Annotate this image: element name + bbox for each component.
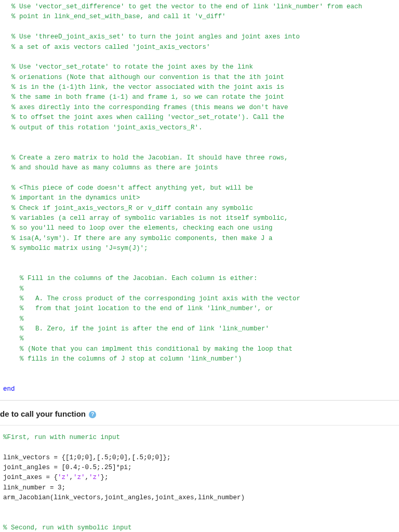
code-comment: % variables (a cell array of symbolic va… [0, 214, 399, 223]
code-comment: %First, run with numeric input [0, 433, 399, 443]
code-comment: % A. The cross product of the correspond… [0, 294, 399, 304]
code-line: link_vectors = {[1;0;0],[.5;0;0],[.5;0;0… [0, 453, 399, 463]
section-title: de to call your function [0, 409, 86, 418]
code-comment: % (Note that you can implment this condi… [0, 344, 399, 354]
code-line: joint_angles = [0.4;-0.5;.25]*pi; [0, 463, 399, 473]
code-comment: % B. Zero, if the joint is after the end… [0, 324, 399, 334]
code-comment: % so you'll need to loop over the elemen… [0, 223, 399, 233]
code-comment: % isa(A,'sym'). If there are any symboli… [0, 234, 399, 244]
code-comment: % from that joint location to the end of… [0, 304, 399, 314]
code-line: link_number = 3; [0, 483, 399, 493]
end-keyword: end [0, 384, 399, 394]
code-fragment: }; [101, 474, 109, 481]
code-comment: % Create a zero matrix to hold the Jacob… [0, 153, 399, 163]
code-comment: % symbolic matrix using 'J=sym(J)'; [0, 244, 399, 254]
code-fragment: joint_axes = { [3, 474, 58, 481]
code-comment: % Use 'vector_set_rotate' to rotate the … [0, 62, 399, 72]
code-comment: % is in the (i-1)th link, the vector ass… [0, 83, 399, 92]
string-literal: 'z' [89, 474, 101, 481]
code-comment: % and should have as many columns as the… [0, 163, 399, 173]
code-comment: % [0, 314, 399, 324]
code-comment: % Second, run with symbolic input [0, 523, 399, 532]
code-comment: % a set of axis vectors called 'joint_ax… [0, 43, 399, 52]
code-comment: % to offset the joint axes when calling … [0, 113, 399, 123]
code-comment: % output of this rotation 'joint_axis_ve… [0, 123, 399, 133]
code-fragment: , [85, 474, 89, 481]
code-comment: % Use 'threeD_joint_axis_set' to turn th… [0, 32, 399, 42]
code-comment: % Fill in the columns of the Jacobian. E… [0, 274, 399, 284]
code-comment: % Check if joint_axis_vectors_R or v_dif… [0, 204, 399, 214]
string-literal: 'z' [58, 474, 70, 481]
section-header: de to call your function ? [0, 401, 399, 425]
code-comment: % <This piece of code doesn't affect any… [0, 183, 399, 193]
code-comment: % orienations (Note that although our co… [0, 73, 399, 83]
code-line: arm_Jacobian(link_vectors,joint_angles,j… [0, 493, 399, 503]
code-line: joint_axes = {'z','z','z'}; [0, 473, 399, 483]
code-comment: % [0, 284, 399, 294]
help-icon[interactable]: ? [89, 411, 96, 418]
code-comment: % axes directly into the corresponding f… [0, 103, 399, 113]
code-comment: % point in link_end_set_with_base, and c… [0, 12, 399, 22]
code-comment: % the same in both frame (i-1) and frame… [0, 92, 399, 102]
code-comment: % Use 'vector_set_difference' to get the… [0, 2, 399, 12]
string-literal: 'z' [73, 474, 85, 481]
code-comment: % fills in the columns of J stop at colu… [0, 354, 399, 364]
code-comment: % [0, 334, 399, 344]
code-fragment: , [70, 474, 74, 481]
code-comment: % important in the dynamics unit> [0, 193, 399, 203]
function-body-code: % Use 'vector_set_difference' to get the… [0, 0, 399, 398]
caller-code: %First, run with numeric input link_vect… [0, 431, 399, 532]
